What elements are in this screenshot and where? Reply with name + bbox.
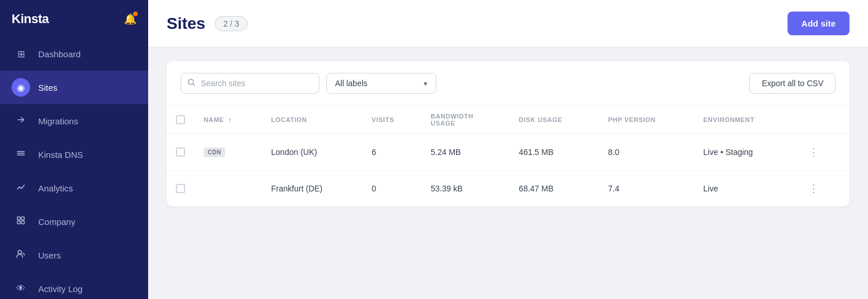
dashboard-icon-wrap: ⊞ (12, 45, 30, 63)
sidebar-item-migrations[interactable]: Migrations (0, 104, 148, 138)
sidebar-item-label: Activity Log (38, 284, 83, 294)
select-all-checkbox[interactable] (176, 115, 185, 124)
row2-checkbox-cell (167, 171, 194, 207)
search-icon (187, 79, 196, 88)
col-location: LOCATION (262, 106, 363, 134)
svg-point-4 (18, 250, 21, 254)
card-toolbar: All labels ▾ Export all to CSV (167, 61, 849, 106)
sites-table: NAME ↑ LOCATION VISITS BANDWIDTHUSAGE DI… (167, 106, 849, 206)
row2-environment: Live (694, 171, 795, 207)
row1-checkbox-cell (167, 134, 194, 171)
table-header: NAME ↑ LOCATION VISITS BANDWIDTHUSAGE DI… (167, 106, 849, 134)
logo: Kinsta (12, 12, 49, 27)
sidebar-item-users[interactable]: Users (0, 238, 148, 272)
migrations-icon-wrap (12, 112, 30, 130)
analytics-icon (16, 182, 25, 194)
col-actions (795, 106, 849, 134)
company-icon (16, 216, 25, 227)
notification-dot (133, 12, 138, 16)
kinsta-dns-icon (16, 149, 25, 160)
sidebar-item-company[interactable]: Company (0, 205, 148, 238)
row1-visits: 6 (362, 134, 421, 171)
svg-rect-2 (17, 221, 20, 224)
sidebar-item-label: Migrations (38, 116, 78, 126)
row1-name-cell: CDN (194, 134, 262, 171)
row1-disk-usage: 461.5 MB (510, 134, 599, 171)
main-content: Sites 2 / 3 Add site All labels (148, 0, 868, 299)
sidebar-item-dashboard[interactable]: ⊞ Dashboard (0, 37, 148, 71)
labels-select-value: All labels (335, 79, 367, 88)
sites-card: All labels ▾ Export all to CSV NAME ↑ (167, 61, 849, 206)
sidebar-nav: ⊞ Dashboard ◉ Sites Migrations (0, 32, 148, 299)
export-csv-button[interactable]: Export all to CSV (749, 73, 836, 94)
row1-location: London (UK) (262, 134, 363, 171)
sidebar-item-analytics[interactable]: Analytics (0, 171, 148, 205)
activity-log-icon-wrap: 👁 (12, 279, 30, 298)
sidebar-item-label: Sites (38, 83, 57, 93)
row1-environment: Live • Staging (694, 134, 795, 171)
sidebar-item-label: Kinsta DNS (38, 150, 83, 160)
sidebar-item-kinsta-dns[interactable]: Kinsta DNS (0, 138, 148, 171)
notification-bell[interactable]: 🔔 (124, 13, 137, 25)
company-icon-wrap (12, 212, 30, 231)
col-visits: VISITS (362, 106, 421, 134)
content-area: All labels ▾ Export all to CSV NAME ↑ (148, 47, 868, 299)
col-php-version: PHP VERSION (599, 106, 694, 134)
row2-name-cell (194, 171, 262, 207)
search-wrap (181, 73, 319, 94)
row1-bandwidth: 5.24 MB (421, 134, 509, 171)
add-site-button[interactable]: Add site (788, 12, 849, 35)
row1-more-options-button[interactable]: ⋮ (804, 144, 823, 160)
sidebar-item-label: Dashboard (38, 49, 80, 59)
row2-checkbox[interactable] (176, 184, 185, 193)
row2-bandwidth: 53.39 kB (421, 171, 509, 207)
svg-rect-1 (21, 217, 24, 220)
sort-arrow-icon: ↑ (229, 116, 232, 123)
row2-php-version: 7.4 (599, 171, 694, 207)
sidebar-item-label: Company (38, 217, 75, 227)
table-body: CDN London (UK) 6 5.24 MB 461.5 MB 8.0 L… (167, 134, 849, 207)
sidebar-item-label: Users (38, 250, 61, 260)
sidebar-item-sites[interactable]: ◉ Sites (0, 71, 148, 104)
row1-checkbox[interactable] (176, 147, 185, 157)
col-environment: ENVIRONMENT (694, 106, 795, 134)
svg-rect-3 (21, 221, 24, 224)
table-row: CDN London (UK) 6 5.24 MB 461.5 MB 8.0 L… (167, 134, 849, 171)
row1-php-version: 8.0 (599, 134, 694, 171)
users-icon (16, 249, 25, 261)
users-icon-wrap (12, 246, 30, 264)
analytics-icon-wrap (12, 179, 30, 197)
col-bandwidth: BANDWIDTHUSAGE (421, 106, 509, 134)
row1-actions: ⋮ (795, 134, 849, 171)
kinsta-dns-icon-wrap (12, 145, 30, 164)
migrations-icon (16, 115, 25, 127)
select-all-col (167, 106, 194, 134)
svg-rect-0 (17, 217, 20, 220)
cdn-badge: CDN (204, 147, 225, 157)
sidebar-header: Kinsta 🔔 (0, 0, 148, 32)
sidebar: Kinsta 🔔 ⊞ Dashboard ◉ Sites (0, 0, 148, 299)
row2-disk-usage: 68.47 MB (510, 171, 599, 207)
col-disk-usage: DISK USAGE (510, 106, 599, 134)
title-wrap: Sites 2 / 3 (167, 14, 248, 33)
row2-more-options-button[interactable]: ⋮ (804, 180, 823, 197)
labels-dropdown[interactable]: All labels ▾ (326, 73, 436, 94)
dashboard-icon: ⊞ (17, 49, 25, 60)
search-input[interactable] (181, 73, 319, 94)
site-count-badge: 2 / 3 (215, 16, 248, 31)
svg-point-6 (189, 79, 194, 84)
main-header: Sites 2 / 3 Add site (148, 0, 868, 47)
chevron-down-icon: ▾ (424, 79, 428, 88)
page-title: Sites (167, 14, 205, 33)
sites-icon-wrap: ◉ (12, 78, 30, 97)
activity-log-icon: 👁 (16, 283, 25, 294)
sites-icon: ◉ (17, 82, 25, 93)
table-row: Frankfurt (DE) 0 53.39 kB 68.47 MB 7.4 L… (167, 171, 849, 207)
row2-actions: ⋮ (795, 171, 849, 207)
sidebar-item-label: Analytics (38, 183, 73, 193)
sidebar-item-activity-log[interactable]: 👁 Activity Log (0, 272, 148, 299)
row2-visits: 0 (362, 171, 421, 207)
col-name: NAME ↑ (194, 106, 262, 134)
row2-location: Frankfurt (DE) (262, 171, 363, 207)
